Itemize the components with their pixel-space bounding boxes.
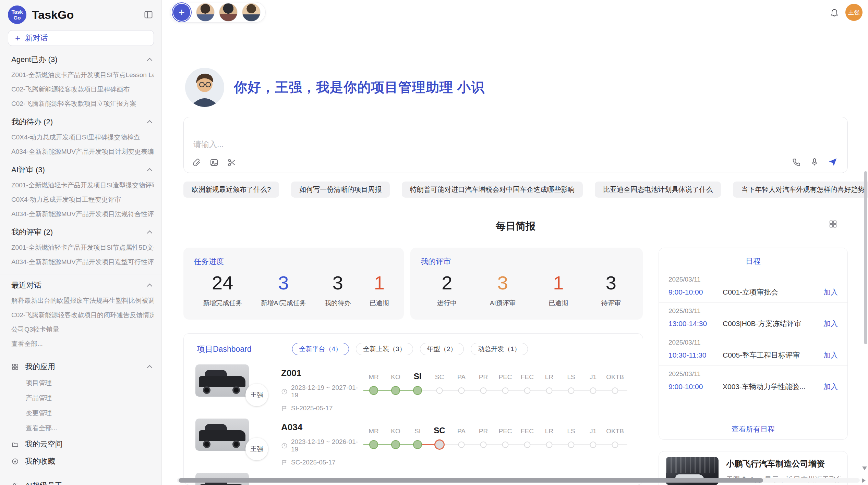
sidebar-item[interactable]: Z001-全新燃油皮卡产品开发项目SI节点Lesson Learn报告 — [11, 68, 154, 82]
current-user-avatar[interactable]: 王强 — [845, 4, 863, 21]
favorites-icon — [11, 458, 19, 465]
schedule-card: 日程 2025/03/11 9:00-10:00 C001-立项审批会 加入 2… — [659, 248, 848, 440]
filter-pill-new-body[interactable]: 全新上装（3） — [356, 343, 413, 355]
app-link-view-all[interactable]: 查看全部... — [26, 421, 154, 436]
schedule-entry[interactable]: 2025/03/11 9:00-10:00 C001-立项审批会 加入 — [659, 271, 847, 302]
schedule-entry[interactable]: 2025/03/11 13:00-14:30 C003|H0B-方案冻结评审 加… — [659, 302, 847, 334]
view-all-schedule-link[interactable]: 查看所有日程 — [659, 424, 847, 434]
filter-pill-model-year[interactable]: 年型（2） — [420, 343, 464, 355]
filter-pill-powertrain[interactable]: 动总开发（1） — [471, 343, 528, 355]
sidebar-scroll: Agent已办 (3) Z001-全新燃油皮卡产品开发项目SI节点Lesson … — [0, 48, 161, 485]
project-date-range: 2023-12-19 ~ 2026-01-19 — [281, 438, 360, 453]
section-header-my-todo[interactable]: 我的待办 (2) — [11, 114, 154, 130]
schedule-list: 2025/03/11 9:00-10:00 C001-立项审批会 加入 2025… — [659, 271, 847, 397]
section-header-agent-done[interactable]: Agent已办 (3) — [11, 51, 154, 68]
suggestion-chip[interactable]: 当下年轻人对汽车外观有怎样的喜好趋势 — [733, 182, 868, 198]
sidebar-item-favorites[interactable]: 我的收藏 — [11, 453, 154, 470]
section-title: AI评审 (3) — [11, 165, 45, 175]
project-dashboard-card: 项目Dashboard 全新平台（4） 全新上装（3） 年型（2） 动总开发（1… — [183, 333, 643, 485]
news-title: 小鹏飞行汽车制造公司增资 — [726, 458, 841, 469]
suggestion-chip[interactable]: 欧洲新规最近颁布了什么? — [183, 182, 279, 198]
topbar-session-pill: + — [170, 2, 266, 23]
app-link-project-mgmt[interactable]: 项目管理 — [26, 375, 154, 390]
send-icon[interactable] — [828, 157, 838, 167]
vehicle-photo — [195, 419, 249, 451]
sidebar-item-ai-staff[interactable]: AI超级员工 — [11, 477, 154, 485]
join-link[interactable]: 加入 — [823, 287, 838, 297]
suggestion-chip[interactable]: 比亚迪全固态电池计划具体说了什么 — [595, 182, 721, 198]
task-progress-title: 任务进度 — [194, 257, 398, 267]
join-link[interactable]: 加入 — [823, 350, 838, 360]
phone-icon[interactable] — [792, 157, 801, 167]
sidebar-item[interactable]: A034-全新新能源MUV产品开发项目计划变更表编写 — [11, 145, 154, 159]
app-link-change-mgmt[interactable]: 变更管理 — [26, 406, 154, 421]
suggestion-chip[interactable]: 特朗普可能对进口汽车增税会对中国车企造成哪些影响 — [402, 182, 583, 198]
horizontal-scrollbar-thumb[interactable] — [179, 478, 763, 483]
milestone-node-todo — [546, 442, 553, 448]
horizontal-scrollbar-track[interactable] — [177, 478, 860, 483]
sidebar-item-my-apps[interactable]: 我的应用 — [11, 358, 154, 375]
sidebar-item[interactable]: C0X4-动力总成开发项目SI里程碑提交物检查 — [11, 130, 154, 145]
user-avatar[interactable] — [219, 3, 238, 22]
milestone-node-todo — [458, 442, 465, 448]
schedule-entry[interactable]: 2025/03/11 9:00-10:00 X003-车辆动力学性能验... 加… — [659, 365, 847, 397]
suggestion-chip[interactable]: 如何写一份清晰的项目周报 — [291, 182, 390, 198]
hero: 你好，王强，我是你的项目管理助理 小识 — [185, 68, 485, 107]
milestone-timeline: MR KO SI SC PA PR PEC FEC LR LS J1 OKTB — [363, 427, 634, 461]
user-avatar[interactable] — [196, 3, 215, 22]
scroll-right-arrow-icon[interactable] — [862, 478, 866, 483]
user-avatar[interactable] — [242, 3, 261, 22]
project-row-partial[interactable] — [184, 471, 643, 485]
stat-in-progress: 2 进行中 — [437, 272, 457, 308]
microphone-icon[interactable] — [810, 157, 819, 167]
recent-chat-view-all[interactable]: 查看全部... — [11, 337, 154, 351]
sidebar-item[interactable]: Z001-全新燃油轻卡产品开发项目SI节点属性5D文件评审 — [11, 240, 154, 255]
schedule-entry[interactable]: 2025/03/11 10:30-11:30 C005-整车工程目标评审 加入 — [659, 334, 847, 365]
project-row[interactable]: 王强 Z001 2023-12-19 ~ 2027-01-19 SI-2025-… — [184, 362, 643, 416]
recent-chat-item[interactable]: 解释最新出台的欧盟报废车法规再生塑料比例被调至15%... — [11, 294, 154, 308]
cloud-space-label: 我的云空间 — [25, 439, 154, 449]
project-flag-date: SI-2025-05-17 — [281, 405, 360, 412]
sidebar-item[interactable]: A034-全新新能源MUV产品开发项目造型可行性评审 — [11, 255, 154, 269]
milestone-node-todo — [590, 387, 596, 394]
project-info: A034 2023-12-19 ~ 2026-01-19 SC-2025-05-… — [281, 422, 360, 466]
composer-left-icons — [192, 158, 236, 167]
filter-pill-new-platform[interactable]: 全新平台（4） — [292, 343, 349, 355]
sidebar-item-cloud-space[interactable]: 我的云空间 — [11, 436, 154, 453]
notification-bell-icon[interactable] — [830, 8, 839, 17]
logo-line1: Task — [11, 9, 23, 15]
sidebar-item[interactable]: C02-飞腾新能源轻客改款项目里程碑画布 — [11, 82, 154, 97]
attachment-icon[interactable] — [192, 158, 201, 167]
app-link-product-mgmt[interactable]: 产品管理 — [26, 390, 154, 406]
sidebar-collapse-icon[interactable] — [144, 10, 153, 20]
sidebar-item[interactable]: C02-飞腾新能源轻客改款项目立项汇报方案 — [11, 97, 154, 111]
milestone-node-done — [413, 386, 422, 395]
chevron-up-icon — [147, 365, 153, 370]
sidebar-item[interactable]: A034-全新新能源MUV产品开发项目法规符合性评审 — [11, 207, 154, 221]
project-row[interactable]: 王强 A034 2023-12-19 ~ 2026-01-19 SC-2025-… — [184, 416, 643, 471]
sidebar-item[interactable]: Z001-全新燃油轻卡产品开发项目SI造型提交物评审 — [11, 178, 154, 192]
vertical-scrollbar-thumb[interactable] — [864, 171, 867, 344]
new-chat-button[interactable]: + 新对话 — [8, 30, 154, 46]
layout-grid-icon[interactable] — [829, 220, 837, 228]
scissors-icon[interactable] — [227, 158, 236, 167]
project-info: Z001 2023-12-19 ~ 2027-01-19 SI-2025-05-… — [281, 368, 360, 412]
flag-icon — [281, 405, 288, 412]
section-header-ai-review[interactable]: AI评审 (3) — [11, 162, 154, 178]
flag-icon — [281, 459, 288, 466]
composer[interactable]: 请输入... — [183, 117, 848, 173]
sidebar-item[interactable]: C0X4-动力总成开发项目工程变更评审 — [11, 192, 154, 207]
image-icon[interactable] — [209, 158, 219, 167]
recent-chat-item[interactable]: C02-飞腾新能源轻客改款项目的闭环通告反馈情况 — [11, 308, 154, 322]
section-header-recent-chats[interactable]: 最近对话 — [11, 277, 154, 294]
milestone-node-done — [369, 440, 378, 449]
section-header-my-review[interactable]: 我的评审 (2) — [11, 224, 154, 240]
add-session-button[interactable]: + — [173, 4, 190, 21]
scroll-down-arrow-icon[interactable] — [862, 467, 867, 470]
join-link[interactable]: 加入 — [823, 319, 838, 328]
chevron-up-icon — [147, 120, 153, 125]
recent-chat-item[interactable]: 公司Q3轻卡销量 — [11, 322, 154, 337]
join-link[interactable]: 加入 — [823, 382, 838, 391]
milestone-node-todo — [524, 442, 531, 448]
milestone-node-todo — [612, 387, 618, 394]
